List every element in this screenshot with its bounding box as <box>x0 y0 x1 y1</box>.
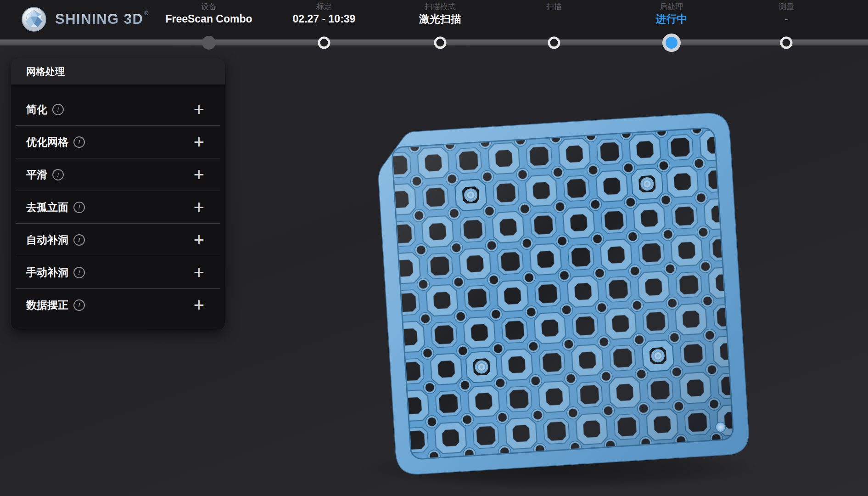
scan-mesh-object[interactable] <box>375 112 750 476</box>
expand-plus-icon[interactable]: + <box>194 232 204 247</box>
item-label: 简化 <box>26 102 47 117</box>
gem-icon <box>20 6 48 33</box>
sidebar-item-data-alignment[interactable]: 数据摆正! + <box>11 289 225 321</box>
step-value: 02.27 - 10:39 <box>260 12 388 26</box>
info-icon[interactable]: ! <box>52 169 64 180</box>
item-label: 数据摆正 <box>26 298 68 312</box>
step-dot-post-processing-active[interactable] <box>662 34 681 52</box>
info-icon[interactable]: ! <box>73 136 85 148</box>
step-value: 进行中 <box>607 12 736 26</box>
info-glyph: ! <box>78 270 80 276</box>
model-dome <box>642 340 674 372</box>
brand-logo: SHINING 3D® <box>20 6 148 33</box>
step-value: FreeScan Combo <box>145 12 273 26</box>
model-lighting <box>392 128 734 460</box>
info-glyph: ! <box>78 204 80 210</box>
sidebar-item-smooth[interactable]: 平滑! + <box>11 158 225 191</box>
item-label: 去孤立面 <box>26 200 68 214</box>
info-glyph: ! <box>78 237 80 243</box>
nav-step-scan-mode[interactable]: 扫描模式 激光扫描 <box>376 2 504 26</box>
step-label: 后处理 <box>607 2 736 12</box>
info-icon[interactable]: ! <box>73 267 85 278</box>
nav-step-post-processing[interactable]: 后处理 进行中 <box>607 2 736 26</box>
step-label: 标定 <box>260 2 388 12</box>
model-dome <box>455 179 487 211</box>
expand-plus-icon[interactable]: + <box>194 135 204 149</box>
expand-plus-icon[interactable]: + <box>194 298 204 312</box>
panel-body: 简化! + 优化网格! + 平滑! + 去孤立面! + 自动补洞! + <box>11 85 225 321</box>
model-screw-bump <box>715 422 726 432</box>
mesh-processing-panel: 网格处理 简化! + 优化网格! + 平滑! + 去孤立面! + <box>11 58 225 330</box>
sidebar-item-simplify[interactable]: 简化! + <box>11 93 225 125</box>
brand-name: SHINING 3D® <box>55 11 148 28</box>
step-label: 扫描 <box>490 2 618 12</box>
expand-plus-icon[interactable]: + <box>194 265 204 280</box>
step-label: 设备 <box>145 2 273 12</box>
step-value: - <box>722 12 851 26</box>
item-label: 优化网格 <box>26 135 68 149</box>
info-icon[interactable]: ! <box>73 202 85 213</box>
step-label: 测量 <box>722 2 851 12</box>
step-dot-calibration[interactable] <box>318 37 330 49</box>
step-dot-measure[interactable] <box>780 37 793 49</box>
app-window: SHINING 3D® 设备 FreeScan Combo 标定 02.27 -… <box>0 0 868 496</box>
item-label: 手动补洞 <box>26 265 68 280</box>
step-dot-scan[interactable] <box>548 37 560 49</box>
brand-text: SHINING 3D <box>55 11 143 28</box>
top-bar: SHINING 3D® 设备 FreeScan Combo 标定 02.27 -… <box>0 0 868 39</box>
sidebar-item-remove-isolated-faces[interactable]: 去孤立面! + <box>11 191 225 223</box>
sidebar-item-manual-hole-filling[interactable]: 手动补洞! + <box>11 256 225 288</box>
sidebar-item-auto-hole-filling[interactable]: 自动补洞! + <box>11 224 225 256</box>
step-label: 扫描模式 <box>376 2 504 12</box>
info-icon[interactable]: ! <box>73 299 85 311</box>
expand-plus-icon[interactable]: + <box>194 167 204 182</box>
item-label: 自动补洞 <box>26 233 68 247</box>
info-icon[interactable]: ! <box>52 104 64 115</box>
panel-title: 网格处理 <box>11 58 225 85</box>
sidebar-item-optimize-mesh[interactable]: 优化网格! + <box>11 126 225 158</box>
item-label: 平滑 <box>26 168 47 182</box>
nav-step-calibration[interactable]: 标定 02.27 - 10:39 <box>260 2 388 26</box>
expand-plus-icon[interactable]: + <box>194 102 204 117</box>
info-glyph: ! <box>78 302 80 308</box>
step-value: 激光扫描 <box>376 12 504 26</box>
info-icon[interactable]: ! <box>73 234 85 246</box>
info-glyph: ! <box>57 107 59 113</box>
nav-step-device[interactable]: 设备 FreeScan Combo <box>145 2 273 26</box>
nav-step-measure[interactable]: 测量 - <box>722 2 851 26</box>
model-dome <box>631 168 663 200</box>
info-glyph: ! <box>78 139 80 145</box>
step-dot-scan-mode[interactable] <box>434 37 447 49</box>
step-dot-device[interactable] <box>202 36 216 50</box>
model-dome <box>465 351 498 383</box>
info-glyph: ! <box>57 172 59 178</box>
nav-step-scan[interactable]: 扫描 <box>490 2 618 12</box>
expand-plus-icon[interactable]: + <box>194 200 204 214</box>
